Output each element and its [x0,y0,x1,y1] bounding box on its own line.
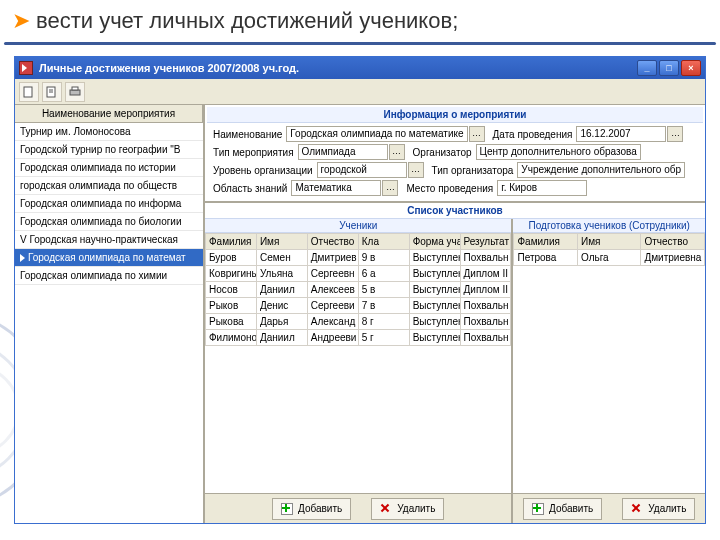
event-row[interactable]: Городская олимпиада по истории [15,159,203,177]
event-row[interactable]: Городская олимпиада по информа [15,195,203,213]
toolbar [15,79,705,105]
staff-grid[interactable]: ФамилияИмяОтчествоПетроваОльгаДмитриевна [513,233,705,493]
info-field: ОрганизаторЦентр дополнительного образов… [409,144,641,160]
add-icon [281,503,293,515]
column-header[interactable]: Фамилия [206,234,257,250]
info-grid: НаименованиеГородская олимпиада по матем… [207,123,703,199]
info-field: Место проведенияг. Киров [402,180,587,196]
table-row[interactable]: КовригиныхУльянаСергеевн6 аВыступлениеДи… [206,266,511,282]
students-pane: Ученики ФамилияИмяОтчествоКлаФорма участ… [205,219,513,523]
info-value[interactable]: Городская олимпиада по математике [286,126,467,142]
events-list-pane: Наименование мероприятия Турнир им. Ломо… [15,105,205,523]
info-field: НаименованиеГородская олимпиада по матем… [209,126,485,142]
toolbar-new-icon[interactable] [19,82,39,102]
column-header[interactable]: Отчество [641,234,705,250]
delete-icon [380,503,392,515]
event-row[interactable]: V Городская научно-практическая [15,231,203,249]
event-row[interactable]: Городская олимпиада по химии [15,267,203,285]
minimize-button[interactable]: _ [637,60,657,76]
event-row[interactable]: Городской турнир по географии "В [15,141,203,159]
workarea: Наименование мероприятия Турнир им. Ломо… [15,105,705,523]
info-value[interactable]: 16.12.2007 [576,126,666,142]
staff-add-button[interactable]: Добавить [523,498,602,520]
events-list-body[interactable]: Турнир им. ЛомоносоваГородской турнир по… [15,123,203,523]
event-row[interactable]: Турнир им. Ломоносова [15,123,203,141]
column-header[interactable]: Имя [577,234,641,250]
students-buttons: Добавить Удалить [205,493,511,523]
close-button[interactable]: × [681,60,701,76]
staff-subhead: Подготовка учеников (Сотрудники) [513,219,705,233]
students-grid[interactable]: ФамилияИмяОтчествоКлаФорма участияРезуль… [205,233,511,493]
column-header[interactable]: Отчество [307,234,358,250]
lookup-button[interactable]: … [389,144,405,160]
info-label: Место проведения [402,181,497,196]
info-label: Организатор [409,145,476,160]
info-field: Тип мероприятияОлимпиада… [209,144,405,160]
event-info-box: Информация о мероприятии НаименованиеГор… [205,105,705,203]
event-row[interactable]: городская олимпиада по обществ [15,177,203,195]
info-value[interactable]: городской [317,162,407,178]
column-header[interactable]: Форма участия [409,234,460,250]
svg-rect-5 [72,87,78,90]
toolbar-doc-icon[interactable] [42,82,62,102]
lookup-button[interactable]: … [667,126,683,142]
event-row[interactable]: Городская олимпиада по математ [15,249,203,267]
info-value[interactable]: Учреждение дополнительного обр [517,162,685,178]
lookup-button[interactable]: … [382,180,398,196]
table-row[interactable]: БуровСеменДмитриев9 вВыступлениеПохвальн [206,250,511,266]
info-field: Область знанийМатематика… [209,180,398,196]
table-row[interactable]: ПетроваОльгаДмитриевна [514,250,705,266]
window-buttons: _ □ × [637,60,701,76]
info-label: Наименование [209,127,286,142]
app-icon [19,61,33,75]
participants-box: Список участников Ученики ФамилияИмяОтче… [205,203,705,523]
info-label: Область знаний [209,181,291,196]
info-field: Тип организатораУчреждение дополнительно… [428,162,685,178]
delete-icon [631,503,643,515]
table-row[interactable]: НосовДаниилАлексеев5 вВыступлениеДиплом … [206,282,511,298]
lookup-button[interactable]: … [469,126,485,142]
info-label: Уровень организации [209,163,317,178]
app-window: Личные достижения учеников 2007/2008 уч.… [14,56,706,524]
info-label: Дата проведения [489,127,577,142]
events-list-header: Наименование мероприятия [15,105,203,123]
event-row[interactable]: Городская олимпиада по биологии [15,213,203,231]
slide-heading: вести учет личных достижений учеников; [36,8,458,34]
info-field: Дата проведения16.12.2007… [489,126,684,142]
column-header[interactable]: Имя [256,234,307,250]
info-value[interactable]: г. Киров [497,180,587,196]
lookup-button[interactable]: … [408,162,424,178]
info-field: Уровень организациигородской… [209,162,424,178]
staff-buttons: Добавить Удалить [513,493,705,523]
slide-header: ➤ вести учет личных достижений учеников; [0,0,720,42]
students-add-button[interactable]: Добавить [272,498,351,520]
titlebar[interactable]: Личные достижения учеников 2007/2008 уч.… [15,57,705,79]
participants-split: Ученики ФамилияИмяОтчествоКлаФорма участ… [205,219,705,523]
info-value[interactable]: Центр дополнительного образова [476,144,641,160]
add-icon [532,503,544,515]
right-pane: Информация о мероприятии НаименованиеГор… [205,105,705,523]
toolbar-print-icon[interactable] [65,82,85,102]
info-value[interactable]: Олимпиада [298,144,388,160]
maximize-button[interactable]: □ [659,60,679,76]
info-label: Тип мероприятия [209,145,298,160]
bullet-icon: ➤ [12,8,30,34]
table-row[interactable]: РыковДенисСергееви7 вВыступлениеПохвальн [206,298,511,314]
window-title: Личные достижения учеников 2007/2008 уч.… [39,62,637,74]
info-value[interactable]: Математика [291,180,381,196]
info-title: Информация о мероприятии [207,107,703,123]
students-delete-button[interactable]: Удалить [371,498,444,520]
column-header[interactable]: Фамилия [514,234,578,250]
header-underline [4,42,716,45]
staff-pane: Подготовка учеников (Сотрудники) Фамилия… [513,219,705,523]
participants-title: Список участников [205,203,705,219]
info-label: Тип организатора [428,163,518,178]
table-row[interactable]: ФилимоновДаниилАндрееви5 гВыступлениеПох… [206,330,511,346]
column-header[interactable]: Кла [358,234,409,250]
staff-delete-button[interactable]: Удалить [622,498,695,520]
svg-rect-0 [24,87,32,97]
students-subhead: Ученики [205,219,511,233]
table-row[interactable]: РыковаДарьяАлександ8 гВыступлениеПохваль… [206,314,511,330]
column-header[interactable]: Результат [460,234,511,250]
svg-rect-4 [70,90,80,95]
